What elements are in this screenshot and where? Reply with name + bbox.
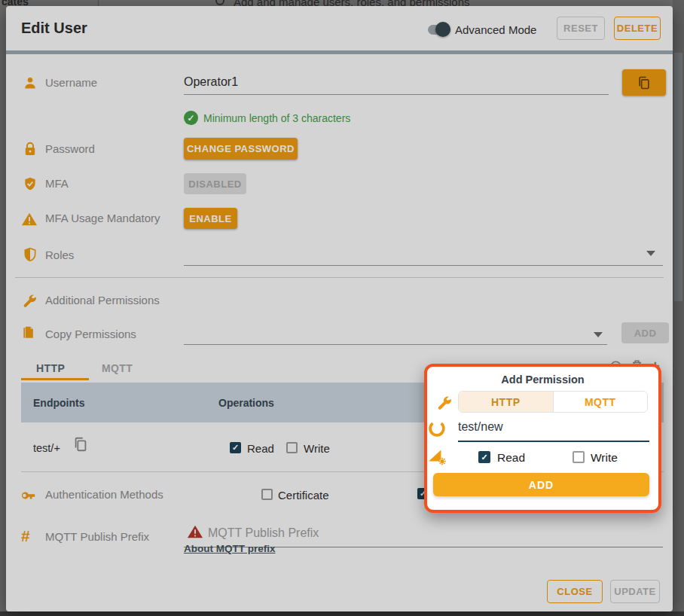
certificate-checkbox[interactable] — [261, 489, 273, 500]
hash-icon: # — [21, 527, 36, 542]
copy-permissions-caret-icon[interactable] — [594, 332, 603, 337]
validation-check-icon: ✓ — [184, 111, 198, 125]
tab-active-underline — [21, 378, 89, 380]
background-bottom-strip — [0, 611, 684, 616]
roles-underline — [184, 265, 663, 266]
endpoint-value: test/+ — [33, 442, 60, 454]
background-divider — [98, 0, 99, 6]
popup-read-label: Read — [497, 451, 525, 465]
key-icon — [20, 487, 35, 502]
roles-caret-icon[interactable] — [646, 251, 655, 256]
popup-operations-icon — [427, 446, 447, 465]
shield-check-icon — [23, 176, 38, 191]
tab-mqtt[interactable]: MQTT — [102, 362, 133, 374]
popup-add-button[interactable]: ADD — [433, 473, 649, 496]
popup-title: Add Permission — [427, 374, 658, 386]
username-label: Username — [45, 76, 97, 89]
error-triangle-icon — [187, 523, 203, 540]
mfa-label: MFA — [45, 177, 69, 190]
update-button[interactable]: UPDATE — [610, 580, 660, 603]
user-icon — [23, 75, 38, 90]
popup-type-segmented: HTTP MQTT — [458, 391, 648, 413]
dialog-title: Edit User — [21, 20, 87, 37]
mfa-mandatory-label: MFA Usage Mandatory — [45, 212, 160, 224]
reset-button[interactable]: RESET — [557, 17, 605, 40]
mfa-disabled-button[interactable]: DISABLED — [184, 173, 246, 194]
row-read-checkbox[interactable]: ✓ — [230, 442, 241, 453]
tab-http[interactable]: HTTP — [36, 362, 65, 374]
change-password-button[interactable]: CHANGE PASSWORD — [184, 138, 298, 160]
background-page-strip: cates Add and manage users, roles, and p… — [0, 0, 684, 6]
lock-icon — [23, 142, 38, 157]
additional-permissions-label: Additional Permissions — [45, 294, 160, 306]
mqtt-prefix-input-placeholder[interactable]: MQTT Publish Prefix — [208, 526, 319, 540]
copy-permissions-label: Copy Permissions — [45, 328, 136, 340]
delete-button[interactable]: DELETE — [614, 17, 661, 40]
certificate-label: Certificate — [278, 489, 329, 502]
advanced-mode-label: Advanced Mode — [455, 23, 536, 36]
column-operations: Operations — [218, 397, 274, 409]
copy-permissions-icon — [21, 325, 36, 340]
roles-label: Roles — [45, 249, 74, 261]
popup-endpoint-input[interactable]: test/new — [458, 420, 503, 434]
copy-permissions-add-button[interactable]: ADD — [621, 322, 669, 343]
username-underline — [184, 94, 609, 95]
info-icon — [215, 0, 224, 5]
background-subtitle: Add and manage users, roles, and permiss… — [234, 0, 470, 6]
roles-shield-icon — [23, 247, 38, 262]
background-nav-fragment: cates — [2, 0, 29, 6]
close-button[interactable]: CLOSE — [547, 580, 603, 603]
page-scrollbar-thumb[interactable] — [674, 53, 682, 301]
copy-permissions-underline — [184, 344, 607, 345]
section-divider — [15, 277, 664, 278]
popup-endpoint-icon — [427, 419, 447, 438]
popup-tab-http[interactable]: HTTP — [459, 392, 553, 412]
wrench-icon — [21, 292, 36, 307]
edit-user-dialog: Edit User Advanced Mode RESET DELETE Use… — [6, 6, 673, 611]
advanced-mode-toggle-knob[interactable] — [435, 22, 450, 37]
row-read-label: Read — [247, 442, 274, 455]
popup-wrench-icon — [435, 394, 453, 411]
add-permission-popup: Add Permission HTTP MQTT test/new ✓ Read… — [424, 364, 661, 513]
mqtt-prefix-label: MQTT Publish Prefix — [45, 530, 149, 543]
copy-icon — [637, 75, 652, 90]
header-divider — [6, 50, 673, 54]
copy-endpoint-icon[interactable] — [72, 436, 89, 453]
warning-triangle-icon — [21, 211, 36, 226]
mfa-enable-button[interactable]: ENABLE — [184, 208, 237, 229]
username-validation-message: Minimum length of 3 characters — [203, 112, 350, 124]
popup-write-checkbox[interactable] — [573, 451, 585, 463]
popup-write-label: Write — [591, 451, 618, 465]
username-input[interactable]: Operator1 — [184, 75, 238, 89]
column-endpoints: Endpoints — [33, 397, 84, 409]
popup-tab-mqtt[interactable]: MQTT — [553, 392, 648, 412]
popup-read-checkbox[interactable]: ✓ — [478, 451, 490, 463]
password-label: Password — [45, 142, 95, 155]
popup-endpoint-underline — [458, 441, 649, 442]
auth-methods-label: Authentication Methods — [45, 488, 163, 501]
page-scrollbar-track[interactable] — [673, 0, 684, 616]
about-mqtt-prefix-link[interactable]: About MQTT prefix — [184, 543, 276, 554]
row-write-label: Write — [304, 442, 330, 455]
copy-username-button[interactable] — [622, 69, 666, 96]
row-write-checkbox[interactable] — [286, 442, 298, 453]
